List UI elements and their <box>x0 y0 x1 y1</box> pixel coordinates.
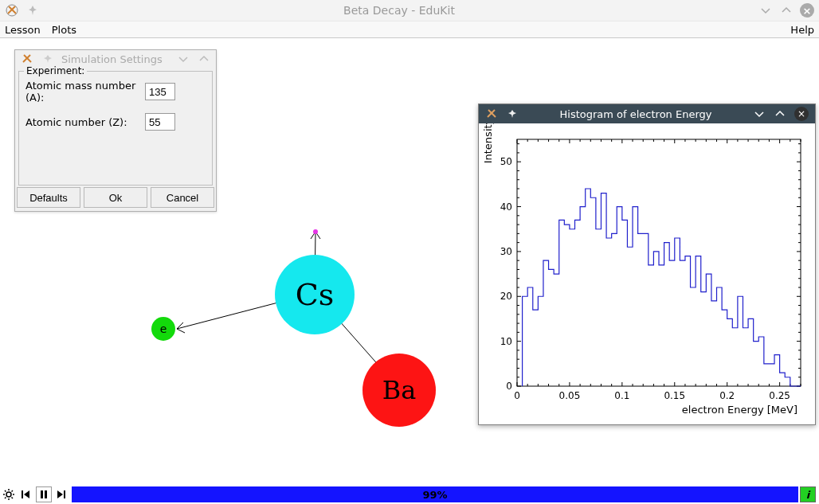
svg-text:0: 0 <box>506 381 512 392</box>
mass-number-input[interactable] <box>145 83 175 100</box>
svg-text:0.2: 0.2 <box>719 390 735 401</box>
electron-particle: e <box>151 317 175 341</box>
hist-pin-icon[interactable] <box>506 107 519 120</box>
hist-min-icon[interactable] <box>753 107 766 120</box>
hist-max-icon[interactable] <box>774 107 786 120</box>
menubar: Lesson Plots Help <box>0 21 819 38</box>
svg-text:0: 0 <box>514 390 520 401</box>
parent-label: Cs <box>296 277 335 312</box>
svg-line-148 <box>5 490 6 492</box>
electron-label: e <box>160 322 167 335</box>
svg-rect-155 <box>45 490 47 498</box>
menu-plots[interactable]: Plots <box>52 24 76 36</box>
svg-text:0.25: 0.25 <box>769 390 790 401</box>
svg-text:20: 20 <box>500 291 512 302</box>
histogram-title: Histogram of electron Energy <box>527 108 745 120</box>
playback-bar: 99% i <box>0 485 819 504</box>
menu-lesson[interactable]: Lesson <box>5 24 41 36</box>
svg-text:0.05: 0.05 <box>559 390 581 401</box>
settings-title: Simulation Settings <box>61 53 170 65</box>
svg-point-143 <box>6 492 11 497</box>
defaults-button[interactable]: Defaults <box>17 187 80 208</box>
settings-pin-icon[interactable] <box>41 52 55 66</box>
info-icon[interactable]: i <box>800 486 816 502</box>
svg-rect-157 <box>64 490 65 498</box>
svg-text:electron Energy [MeV]: electron Energy [MeV] <box>682 404 797 416</box>
ok-button[interactable]: Ok <box>84 187 147 208</box>
svg-rect-152 <box>22 490 23 498</box>
svg-line-151 <box>12 490 14 492</box>
svg-text:50: 50 <box>500 156 512 167</box>
progress-bar[interactable]: 99% <box>72 486 798 502</box>
experiment-fieldset: Experiment: Atomic mass number (A): Atom… <box>18 71 213 186</box>
daughter-nucleus: Ba <box>362 354 436 427</box>
svg-text:0.1: 0.1 <box>614 390 629 401</box>
svg-line-150 <box>5 498 6 499</box>
pin-icon[interactable] <box>25 3 40 18</box>
hist-close-icon[interactable]: × <box>794 107 809 121</box>
experiment-legend: Experiment: <box>24 65 87 76</box>
histogram-titlebar[interactable]: Histogram of electron Energy × <box>479 104 815 123</box>
skip-forward-icon[interactable] <box>53 486 69 502</box>
settings-gear-icon[interactable] <box>1 486 17 502</box>
window-title: Beta Decay - EduKit <box>40 4 758 17</box>
pause-icon[interactable] <box>36 486 52 502</box>
svg-line-5 <box>177 329 185 333</box>
atomic-number-label: Atomic number (Z): <box>25 116 145 128</box>
histogram-plot: 0102030405000.050.10.150.20.25electron E… <box>479 123 815 424</box>
progress-text: 99% <box>422 489 447 501</box>
atomic-number-input[interactable] <box>145 113 175 131</box>
simulation-settings-panel: Simulation Settings Experiment: Atomic m… <box>14 49 217 212</box>
histogram-window[interactable]: Histogram of electron Energy × 010203040… <box>478 104 816 425</box>
settings-max-icon[interactable] <box>197 52 211 66</box>
close-icon[interactable]: × <box>800 3 814 18</box>
app-icon <box>5 3 19 18</box>
svg-text:Intensity: Intensity <box>482 123 494 163</box>
svg-text:30: 30 <box>500 246 512 257</box>
svg-line-4 <box>177 322 183 329</box>
minimize-icon[interactable] <box>758 3 773 18</box>
hist-app-icon <box>485 107 498 120</box>
histogram-svg: 0102030405000.050.10.150.20.25electron E… <box>479 123 815 424</box>
menu-help[interactable]: Help <box>790 24 814 36</box>
skip-back-icon[interactable] <box>18 486 34 502</box>
main-titlebar: Beta Decay - EduKit × <box>0 0 819 21</box>
svg-text:10: 10 <box>500 336 512 347</box>
cancel-button[interactable]: Cancel <box>151 187 214 208</box>
svg-rect-154 <box>41 490 43 498</box>
svg-text:40: 40 <box>500 201 512 213</box>
neutrino-particle <box>313 229 318 234</box>
settings-app-icon <box>20 52 34 66</box>
svg-text:0.15: 0.15 <box>664 390 685 401</box>
svg-line-149 <box>12 498 14 499</box>
svg-marker-153 <box>24 490 29 498</box>
parent-nucleus: Cs <box>275 255 355 334</box>
svg-marker-156 <box>57 490 63 498</box>
mass-number-label: Atomic mass number (A): <box>25 80 145 104</box>
daughter-label: Ba <box>382 375 417 405</box>
maximize-icon[interactable] <box>779 3 794 18</box>
settings-min-icon[interactable] <box>176 52 190 66</box>
